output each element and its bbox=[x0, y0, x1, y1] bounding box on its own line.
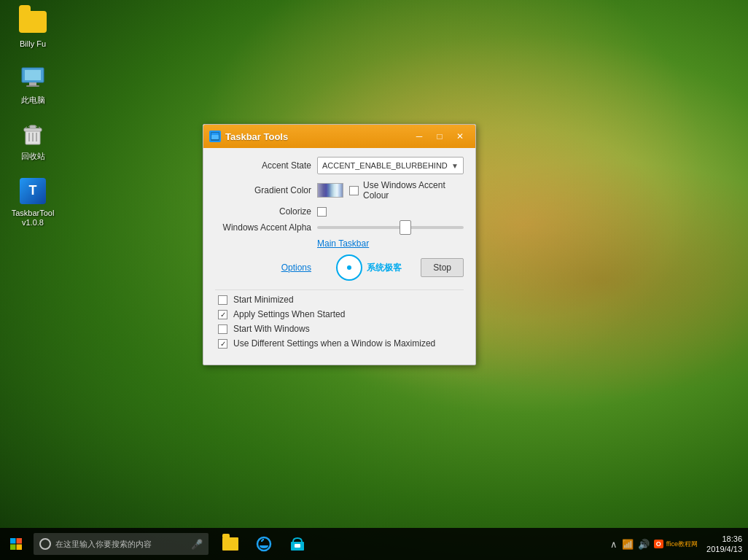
gradient-color-swatch[interactable] bbox=[317, 183, 343, 198]
dropdown-arrow-icon: ▼ bbox=[451, 162, 459, 170]
accent-alpha-row: Windows Accent Alpha bbox=[215, 222, 464, 233]
taskbar-clock[interactable]: 18:36 2019/4/13 bbox=[706, 534, 742, 555]
different-settings-checkbox[interactable] bbox=[218, 339, 227, 349]
network-icon[interactable]: 📶 bbox=[622, 539, 634, 550]
svg-rect-15 bbox=[10, 545, 16, 551]
dialog-content: Accent State ACCENT_ENABLE_BLURBEHIND ▼ … bbox=[203, 148, 475, 365]
gradient-color-row: Gradient Color Use Windows Accent Colour bbox=[215, 180, 464, 201]
main-taskbar-tab[interactable]: Main Taskbar bbox=[317, 238, 369, 249]
taskbar-apps bbox=[214, 528, 313, 560]
different-settings-row: Use Different Settings when a Window is … bbox=[215, 338, 464, 349]
start-with-windows-checkbox[interactable] bbox=[218, 324, 227, 334]
svg-rect-11 bbox=[211, 135, 219, 139]
watermark-dot bbox=[347, 265, 351, 270]
accent-alpha-label: Windows Accent Alpha bbox=[215, 222, 317, 233]
desktop-icon-label: 此电脑 bbox=[21, 96, 45, 105]
office-text: ffice教程网 bbox=[666, 540, 698, 549]
options-row: Options 系统极客 Stop bbox=[215, 252, 464, 284]
accent-state-dropdown[interactable]: ACCENT_ENABLE_BLURBEHIND ▼ bbox=[317, 157, 464, 174]
watermark-circle bbox=[336, 254, 362, 281]
accent-state-label: Accent State bbox=[215, 160, 317, 171]
start-button[interactable] bbox=[0, 528, 32, 560]
use-windows-accent-checkbox[interactable] bbox=[349, 186, 359, 195]
use-windows-accent-label: Use Windows Accent Colour bbox=[363, 180, 464, 201]
taskbar-store[interactable] bbox=[281, 528, 313, 560]
search-placeholder-text: 在这里输入你要搜索的内容 bbox=[55, 539, 187, 550]
svg-rect-19 bbox=[295, 544, 300, 548]
gradient-color-label: Gradient Color bbox=[215, 185, 317, 195]
office-logo: O bbox=[654, 540, 663, 548]
colorize-label: Colorize bbox=[215, 206, 317, 217]
svg-rect-16 bbox=[17, 545, 23, 551]
clock-time: 18:36 bbox=[722, 534, 742, 544]
desktop: Billy Fu 此电脑 bbox=[0, 0, 748, 560]
desktop-icons: Billy Fu 此电脑 bbox=[7, 7, 58, 228]
dialog-title: Taskbar Tools bbox=[225, 131, 405, 142]
colorize-checkbox[interactable] bbox=[317, 207, 327, 217]
microphone-icon: 🎤 bbox=[191, 539, 203, 550]
svg-rect-5 bbox=[24, 128, 42, 131]
desktop-icon-recycle[interactable]: 回收站 bbox=[7, 120, 58, 161]
search-circle-icon bbox=[39, 538, 51, 550]
start-with-windows-label: Start With Windows bbox=[233, 324, 310, 334]
edge-icon bbox=[255, 535, 273, 553]
apply-settings-label: Apply Settings When Started bbox=[233, 309, 345, 319]
stop-button[interactable]: Stop bbox=[421, 258, 464, 277]
store-icon bbox=[289, 535, 306, 553]
svg-rect-1 bbox=[25, 70, 41, 80]
apply-settings-row: Apply Settings When Started bbox=[215, 309, 464, 319]
svg-rect-3 bbox=[26, 85, 39, 87]
svg-rect-14 bbox=[17, 538, 23, 544]
taskbar-tools-dialog: Taskbar Tools ─ □ ✕ Accent State ACCENT_… bbox=[203, 124, 476, 365]
apply-settings-checkbox[interactable] bbox=[218, 310, 227, 319]
desktop-icon-taskbartool[interactable]: T TaskbarToolv1.0.8 bbox=[7, 176, 58, 228]
desktop-icon-billy-fu[interactable]: Billy Fu bbox=[7, 7, 58, 49]
clock-date: 2019/4/13 bbox=[706, 544, 742, 554]
folder-icon bbox=[18, 7, 47, 36]
chevron-up-icon[interactable]: ∧ bbox=[610, 539, 618, 550]
taskbar-search[interactable]: 在这里输入你要搜索的内容 🎤 bbox=[34, 533, 209, 555]
minimize-button[interactable]: ─ bbox=[410, 128, 429, 144]
accent-state-value: ACCENT_ENABLE_BLURBEHIND bbox=[322, 161, 451, 170]
accent-alpha-slider[interactable] bbox=[317, 226, 464, 229]
svg-rect-13 bbox=[10, 538, 16, 544]
svg-rect-2 bbox=[29, 82, 36, 85]
desktop-icon-this-pc[interactable]: 此电脑 bbox=[7, 63, 58, 105]
start-minimized-label: Start Minimized bbox=[233, 295, 294, 305]
watermark-text: 系统极客 bbox=[367, 262, 402, 274]
colorize-row: Colorize bbox=[215, 206, 464, 217]
use-windows-accent-group: Use Windows Accent Colour bbox=[349, 180, 464, 201]
svg-rect-6 bbox=[30, 125, 36, 128]
desktop-icon-label: 回收站 bbox=[21, 152, 45, 161]
taskbar-right: ∧ 📶 🔊 O ffice教程网 18:36 2019/4/13 bbox=[610, 534, 748, 555]
slider-thumb[interactable] bbox=[400, 220, 411, 235]
watermark-area: 系统极客 bbox=[317, 254, 421, 281]
taskbar-edge[interactable] bbox=[248, 528, 280, 560]
slider-track bbox=[317, 226, 464, 229]
taskbartool-icon: T bbox=[18, 176, 47, 206]
maximize-button[interactable]: □ bbox=[430, 128, 449, 144]
main-taskbar-row: Main Taskbar bbox=[215, 238, 464, 249]
file-explorer-icon bbox=[222, 535, 239, 553]
speaker-icon[interactable]: 🔊 bbox=[638, 539, 650, 550]
checkboxes-section: Start Minimized Apply Settings When Star… bbox=[215, 289, 464, 349]
taskbar: 在这里输入你要搜索的内容 🎤 bbox=[0, 528, 748, 560]
accent-state-row: Accent State ACCENT_ENABLE_BLURBEHIND ▼ bbox=[215, 157, 464, 174]
title-bar[interactable]: Taskbar Tools ─ □ ✕ bbox=[203, 125, 475, 148]
watermark: 系统极客 bbox=[336, 254, 402, 281]
start-with-windows-row: Start With Windows bbox=[215, 324, 464, 334]
svg-rect-12 bbox=[211, 133, 219, 135]
taskbar-file-explorer[interactable] bbox=[214, 528, 246, 560]
windows-logo-icon bbox=[9, 537, 23, 551]
close-button[interactable]: ✕ bbox=[451, 128, 470, 144]
start-minimized-checkbox[interactable] bbox=[218, 295, 227, 305]
different-settings-label: Use Different Settings when a Window is … bbox=[233, 338, 435, 349]
desktop-icon-label: Billy Fu bbox=[20, 39, 46, 49]
options-link[interactable]: Options bbox=[215, 262, 317, 273]
recycle-bin-icon bbox=[18, 120, 47, 149]
window-controls: ─ □ ✕ bbox=[410, 128, 470, 144]
computer-icon bbox=[18, 63, 47, 93]
desktop-icon-label: TaskbarToolv1.0.8 bbox=[12, 209, 55, 228]
start-minimized-row: Start Minimized bbox=[215, 295, 464, 305]
office-area: O ffice教程网 bbox=[654, 540, 698, 549]
